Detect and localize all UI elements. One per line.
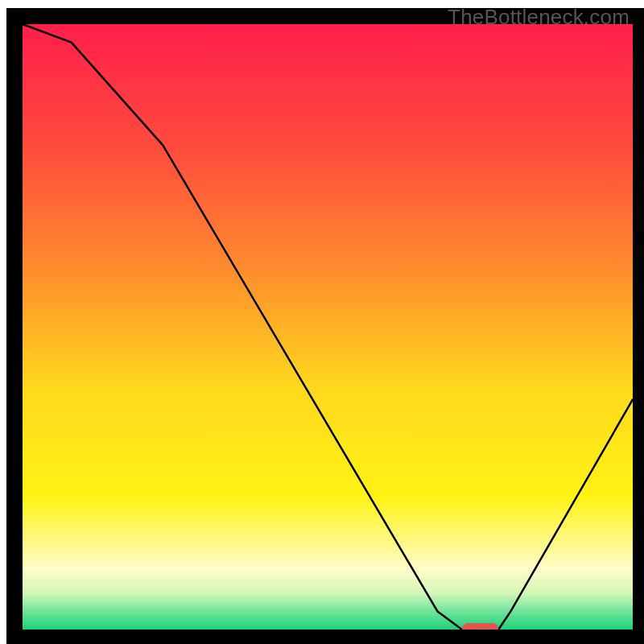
watermark-label: TheBottleneck.com bbox=[448, 5, 630, 30]
chart-container: TheBottleneck.com bbox=[0, 0, 644, 644]
plot-group bbox=[14, 16, 641, 638]
plot-background bbox=[23, 24, 633, 630]
chart-svg bbox=[0, 0, 644, 644]
